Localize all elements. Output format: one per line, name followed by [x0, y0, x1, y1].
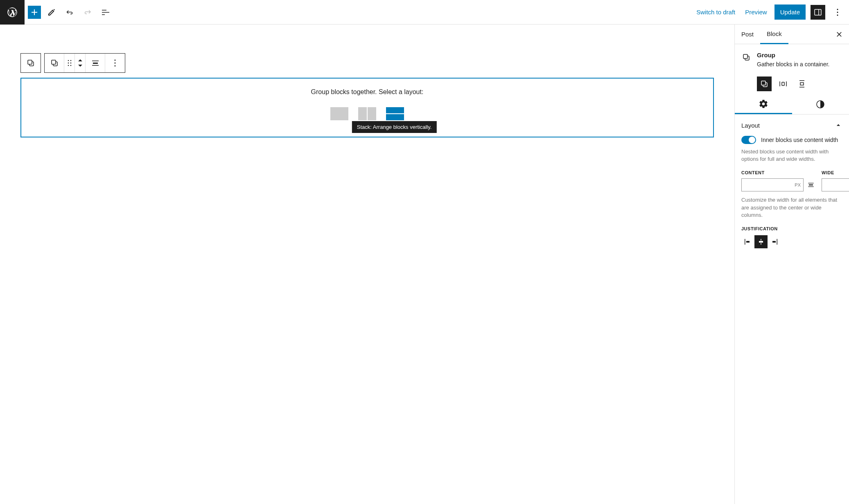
switch-to-draft-button[interactable]: Switch to draft [694, 5, 738, 19]
svg-rect-34 [777, 239, 778, 245]
layout-panel: Layout Inner blocks use content width Ne… [735, 115, 849, 255]
svg-rect-23 [809, 184, 813, 186]
svg-rect-14 [93, 63, 98, 64]
svg-rect-31 [759, 241, 763, 243]
content-width-toggle-label: Inner blocks use content width [761, 137, 838, 143]
svg-rect-33 [772, 241, 776, 243]
block-header: Group Gather blocks in a container. [735, 44, 849, 72]
content-width-toggle[interactable] [741, 136, 756, 144]
svg-rect-22 [808, 183, 813, 183]
justify-center-button[interactable] [754, 235, 768, 248]
block-variations [735, 72, 849, 94]
styles-icon [815, 99, 825, 109]
preview-button[interactable]: Preview [743, 5, 769, 19]
svg-point-11 [68, 65, 69, 66]
close-sidebar-button[interactable] [829, 30, 849, 38]
group-block-placeholder[interactable]: Group blocks together. Select a layout: … [20, 78, 714, 137]
settings-sidebar: Post Block Group Gather blocks in a cont… [734, 25, 849, 504]
block-type-button[interactable] [45, 54, 64, 72]
block-toolbar [20, 53, 714, 73]
layout-options [28, 107, 707, 120]
layout-group-option[interactable] [330, 107, 348, 120]
redo-button[interactable] [80, 5, 95, 20]
variation-row[interactable] [776, 76, 790, 91]
block-title: Group [757, 52, 829, 59]
settings-sidebar-toggle[interactable] [811, 5, 825, 20]
width-help: Customize the width for all elements tha… [741, 196, 842, 219]
inspector-tabs [735, 94, 849, 115]
svg-point-10 [70, 63, 71, 64]
svg-rect-0 [815, 9, 821, 15]
svg-rect-5 [28, 60, 32, 64]
editor-canvas: Group blocks together. Select a layout: … [0, 25, 734, 504]
close-icon [835, 30, 843, 38]
variation-stack[interactable] [795, 76, 809, 91]
svg-point-8 [70, 60, 71, 61]
document-overview-button[interactable] [98, 5, 113, 20]
gear-icon [759, 99, 768, 109]
chevron-up-icon [834, 121, 842, 129]
justification-label: JUSTIFICATION [741, 226, 842, 231]
group-icon [741, 52, 751, 68]
wide-width-label: WIDE [822, 170, 849, 175]
settings-tab[interactable] [735, 94, 792, 114]
group-placeholder-text: Group blocks together. Select a layout: [28, 88, 707, 96]
svg-rect-32 [761, 243, 761, 245]
block-toolbar-parent-group [20, 53, 41, 73]
toolbar-right: Switch to draft Preview Update [694, 4, 849, 20]
layout-panel-title: Layout [741, 122, 760, 129]
add-block-button[interactable] [28, 6, 41, 19]
justification-buttons [741, 235, 842, 248]
undo-button[interactable] [62, 5, 77, 20]
block-toolbar-main-group [44, 53, 125, 73]
wordpress-logo[interactable] [0, 0, 25, 25]
content-align-icon [807, 181, 815, 189]
svg-point-18 [115, 65, 116, 67]
svg-rect-19 [743, 54, 747, 59]
variation-group[interactable] [757, 76, 772, 91]
editor-main: Group blocks together. Select a layout: … [0, 25, 849, 504]
svg-rect-13 [92, 61, 99, 61]
svg-rect-24 [808, 187, 813, 187]
wide-width-input[interactable] [822, 178, 849, 191]
drag-handle[interactable] [64, 54, 75, 72]
svg-point-4 [837, 14, 838, 16]
chevron-up-icon [77, 59, 83, 63]
svg-rect-29 [746, 241, 750, 243]
width-controls: CONTENT WIDE [741, 170, 842, 191]
styles-tab[interactable] [792, 94, 849, 114]
tooltip: Stack: Arrange blocks vertically. [352, 121, 437, 133]
svg-point-12 [70, 65, 71, 66]
svg-rect-30 [761, 239, 761, 241]
sidebar-tabs: Post Block [735, 25, 849, 44]
tools-button[interactable] [44, 5, 59, 20]
svg-point-17 [115, 63, 116, 64]
chevron-down-icon [77, 63, 83, 68]
layout-panel-header[interactable]: Layout [741, 121, 842, 129]
svg-point-16 [115, 60, 116, 61]
content-width-toggle-row: Inner blocks use content width [741, 136, 842, 144]
svg-rect-20 [761, 81, 765, 85]
options-button[interactable] [830, 5, 845, 20]
layout-row-option[interactable] [358, 107, 376, 120]
align-button[interactable] [86, 54, 105, 72]
justify-left-button[interactable] [741, 235, 754, 248]
svg-point-9 [68, 63, 69, 64]
layout-stack-option[interactable] [386, 107, 404, 120]
content-width-input[interactable] [741, 178, 804, 191]
svg-rect-6 [52, 60, 56, 64]
svg-point-3 [837, 11, 838, 13]
block-options-button[interactable] [105, 54, 125, 72]
svg-rect-15 [92, 65, 99, 66]
move-buttons[interactable] [75, 54, 86, 72]
tab-block[interactable]: Block [760, 25, 788, 44]
svg-rect-28 [745, 239, 745, 245]
block-description: Gather blocks in a container. [757, 61, 829, 68]
tab-post[interactable]: Post [735, 25, 760, 43]
justify-right-button[interactable] [768, 235, 781, 248]
svg-point-2 [837, 9, 838, 10]
update-button[interactable]: Update [774, 4, 806, 20]
content-width-help: Nested blocks use content width with opt… [741, 148, 842, 163]
editor-top-bar: Switch to draft Preview Update [0, 0, 849, 25]
select-parent-button[interactable] [21, 54, 41, 72]
